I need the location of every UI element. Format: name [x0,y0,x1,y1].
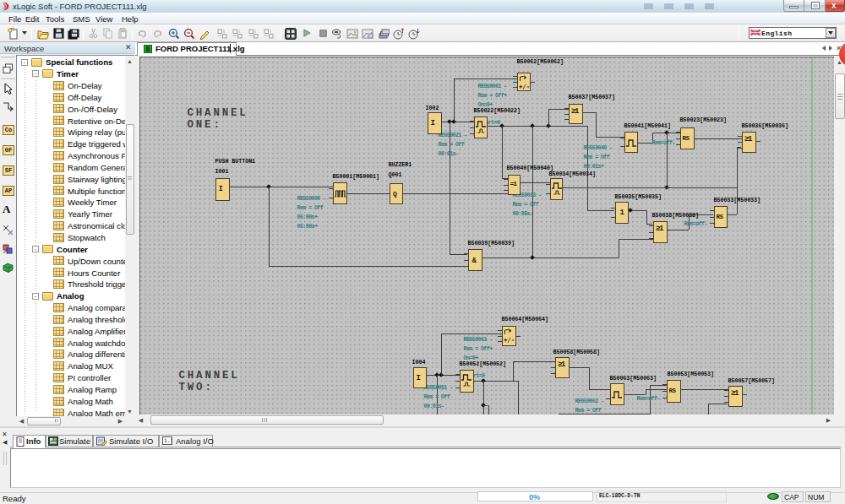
svg-text:1.1: 1.1 [164,437,172,443]
svg-text:+/-: +/- [504,335,515,343]
svg-text:+/-: +/- [519,82,530,89]
